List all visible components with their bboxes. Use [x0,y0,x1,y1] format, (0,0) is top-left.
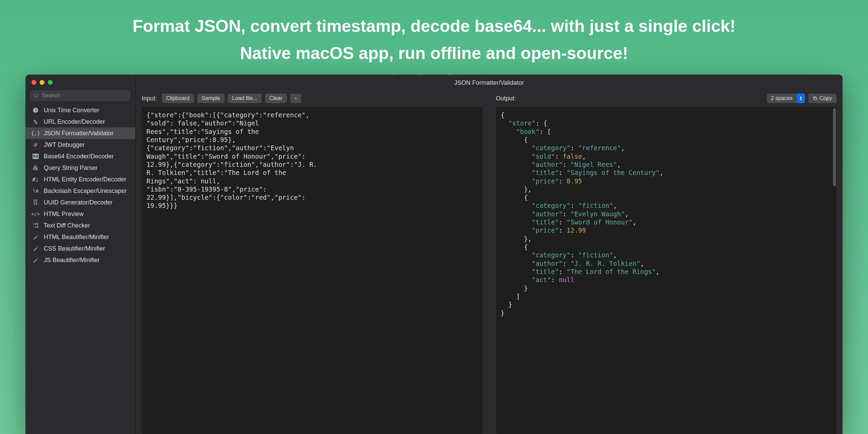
html-icon: </> [32,210,40,218]
window-controls [25,75,135,89]
sidebar-item-label: UUID Generator/Decoder [44,199,113,206]
load-file-button[interactable]: Load file... [228,94,262,103]
hash-icon: #; [32,176,40,183]
output-scrollbar[interactable] [833,108,836,186]
sidebar-item-url-encoder-decoder[interactable]: %URL Encoder/Decoder [25,116,135,127]
svg-line-1 [37,96,38,97]
sidebar-item-label: JWT Debugger [44,141,85,149]
sidebar-item-label: Base64 Encoder/Decoder [44,153,114,160]
sidebar-item-html-entity-encoder-decoder[interactable]: #;HTML Entity Encoder/Decoder [25,174,135,185]
clipboard-button[interactable]: Clipboard [162,94,194,103]
hero-title: Format JSON, convert timestamp, decode b… [0,0,868,36]
copy-icon [813,96,817,101]
sidebar-item-json-formatter-validator[interactable]: {,}JSON Formatter/Validator [25,127,135,139]
sidebar: Unix Time Converter%URL Encoder/Decoder{… [25,75,136,434]
indent-value: 2 spaces [767,94,797,103]
uuid-icon: UUID [32,199,40,206]
hero-subtitle: Native macOS app, run offline and open-s… [0,43,868,63]
gear-icon [295,96,297,101]
sidebar-item-jwt-debugger[interactable]: JWT Debugger [25,139,135,151]
copy-button[interactable]: Copy [808,94,836,103]
tool-title: JSON Formatter/Validator [136,75,843,90]
sidebar-item-base64-encoder-decoder[interactable]: 64Base64 Encoder/Decoder [25,151,135,162]
output-header: Output: 2 spaces ▲▼ Copy [496,90,837,107]
wand-icon [32,256,40,264]
input-editor[interactable]: {"store":{"book":[{"category":"reference… [142,107,482,434]
sidebar-item-label: HTML Entity Encoder/Decoder [44,176,126,183]
svg-point-8 [36,235,37,235]
sidebar-item-label: Unix Time Converter [44,107,99,114]
search-box[interactable] [30,90,131,101]
bksl-icon: \n [32,187,40,195]
sidebar-item-label: Text Diff Checker [44,222,90,229]
sidebar-item-label: JSON Formatter/Validator [44,130,114,137]
chevron-updown-icon: ▲▼ [797,94,805,103]
wand-icon [32,233,40,241]
sidebar-item-uuid-generator-decoder[interactable]: UUIDUUID Generator/Decoder [25,197,135,208]
sidebar-item-backslash-escaper-unescaper[interactable]: \nBackslash Escaper/Unescaper [25,185,135,197]
svg-point-11 [36,246,37,247]
sidebar-item-label: Query String Parser [44,164,98,172]
output-editor[interactable]: { "store": { "book": [ { "category": "re… [496,107,837,434]
svg-point-7 [38,236,38,236]
tool-list: Unix Time Converter%URL Encoder/Decoder{… [25,104,135,266]
wand-icon [32,245,40,252]
svg-point-6 [37,235,38,235]
sample-button[interactable]: Sample [197,94,224,103]
sidebar-item-label: Backslash Escaper/Unescaper [44,188,127,195]
sidebar-item-html-preview[interactable]: </>HTML Preview [25,208,135,220]
main-content: JSON Formatter/Validator Input: Clipboar… [136,75,843,434]
sidebar-item-label: URL Encoder/Decoder [44,118,105,125]
close-window-button[interactable] [32,80,36,85]
output-pane: Output: 2 spaces ▲▼ Copy { "store": { "b… [496,90,837,434]
sidebar-item-js-beautifier-minifier[interactable]: JS Beautifier/Minifier [25,254,135,266]
svg-point-10 [38,247,38,248]
sidebar-item-label: CSS Beautifier/Minifier [44,245,105,252]
app-window: Unix Time Converter%URL Encoder/Decoder{… [25,75,843,434]
svg-point-14 [36,258,37,258]
output-label: Output: [496,95,516,102]
input-header: Input: Clipboard Sample Load file... Cle… [142,90,482,107]
copy-label: Copy [820,95,832,101]
sidebar-item-label: HTML Preview [44,211,83,218]
minimize-window-button[interactable] [40,80,44,85]
braces-icon: {,} [32,130,40,137]
diff-icon: +ab-cd [32,222,40,229]
b64-icon: 64 [32,153,40,160]
svg-point-13 [38,259,38,259]
maximize-window-button[interactable] [48,80,53,85]
jwt-icon [32,141,40,149]
sidebar-item-html-beautifier-minifier[interactable]: HTML Beautifier/Minifier [25,231,135,243]
svg-point-9 [37,246,38,247]
input-pane: Input: Clipboard Sample Load file... Cle… [142,90,482,434]
clear-button[interactable]: Clear [265,94,287,103]
svg-point-0 [34,94,37,97]
percent-icon: % [32,118,40,125]
sidebar-item-label: JS Beautifier/Minifier [44,257,100,264]
indent-select[interactable]: 2 spaces ▲▼ [767,94,805,103]
search-icon [34,93,39,98]
clock-icon [32,106,40,114]
sidebar-item-query-string-parser[interactable]: &Query String Parser [25,162,135,174]
input-label: Input: [142,95,157,102]
svg-rect-15 [814,98,816,100]
sidebar-item-unix-time-converter[interactable]: Unix Time Converter [25,104,135,116]
sidebar-item-css-beautifier-minifier[interactable]: CSS Beautifier/Minifier [25,243,135,254]
sidebar-item-label: HTML Beautifier/Minifier [44,234,109,241]
sidebar-item-text-diff-checker[interactable]: +ab-cdText Diff Checker [25,220,135,231]
settings-button[interactable] [290,94,301,103]
svg-point-12 [37,258,38,258]
search-input[interactable] [42,92,127,99]
amp-icon: & [32,164,40,172]
